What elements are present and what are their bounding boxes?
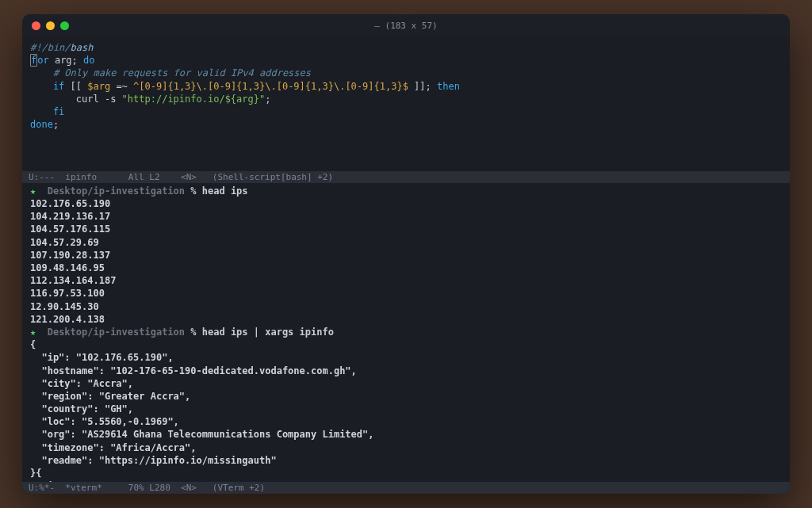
json-line: "hostname": "102-176-65-190-dedicated.vo…	[30, 365, 782, 377]
json-line: "readme": "https://ipinfo.io/missingauth…	[30, 454, 782, 467]
ip-line: 104.219.136.17	[30, 210, 782, 223]
json-line: "country": "GH",	[30, 403, 782, 415]
traffic-lights	[22, 21, 69, 30]
json-line: {	[30, 338, 782, 351]
prompt-star-icon: ★	[30, 327, 41, 338]
titlebar[interactable]: — (183 x 57)	[22, 14, 790, 36]
ip-line: 116.97.53.100	[30, 287, 782, 300]
ip-line: 104.57.29.69	[30, 236, 782, 249]
terminal-pane[interactable]: ★ Desktop/ip-investigation % head ips 10…	[22, 183, 790, 482]
json-line: "region": "Greater Accra",	[30, 390, 782, 403]
window-title: — (183 x 57)	[374, 21, 437, 31]
json-line: "ip": "102.176.65.190",	[30, 351, 782, 364]
json-line: "city": "Accra",	[30, 377, 782, 390]
editor-status-bar: U:--- ipinfo All L2 <N> (Shell-script[ba…	[22, 171, 790, 183]
code-line: for arg; do	[30, 54, 95, 67]
ip-line: 104.57.176.115	[30, 223, 782, 235]
minimize-icon[interactable]	[46, 21, 55, 30]
code-line: done;	[30, 119, 59, 130]
code-line: fi	[30, 106, 64, 117]
prompt-line: ★ Desktop/ip-investigation % head ips | …	[30, 326, 782, 338]
json-line: "org": "AS29614 Ghana Telecommunications…	[30, 428, 782, 441]
code-line: if [[ $arg =~ ^[0-9]{1,3}\.[0-9]{1,3}\.[…	[30, 81, 460, 92]
ip-line: 102.176.65.190	[30, 197, 782, 210]
terminal-window: — (183 x 57) #!/bin/bash for arg; do # O…	[22, 14, 790, 494]
editor-pane[interactable]: #!/bin/bash for arg; do # Only make requ…	[22, 36, 790, 171]
ip-line: 12.90.145.30	[30, 300, 782, 313]
prompt-star-icon: ★	[30, 185, 41, 197]
json-line: "timezone": "Africa/Accra",	[30, 441, 782, 454]
json-output: { "ip": "102.176.65.190", "hostname": "1…	[30, 338, 782, 482]
ip-line: 109.48.146.95	[30, 262, 782, 274]
maximize-icon[interactable]	[60, 21, 69, 30]
code-line: curl -s "http://ipinfo.io/${arg}";	[30, 94, 270, 105]
cursor-icon: f	[30, 54, 37, 67]
code-line: # Only make requests for valid IPv4 addr…	[30, 67, 311, 78]
ip-line: 107.190.28.137	[30, 249, 782, 262]
ips-output: 102.176.65.190104.219.136.17104.57.176.1…	[30, 197, 782, 326]
json-line: }{	[30, 467, 782, 479]
close-icon[interactable]	[32, 21, 40, 30]
prompt-line: ★ Desktop/ip-investigation % head ips	[30, 185, 782, 197]
ip-line: 112.134.164.187	[30, 274, 782, 287]
code-line: #!/bin/bash	[30, 42, 93, 53]
terminal-status-bar: U:%*- *vterm* 70% L280 <N> (VTerm +2)	[22, 482, 790, 494]
ip-line: 121.200.4.138	[30, 313, 782, 326]
json-line: "loc": "5.5560,-0.1969",	[30, 415, 782, 428]
